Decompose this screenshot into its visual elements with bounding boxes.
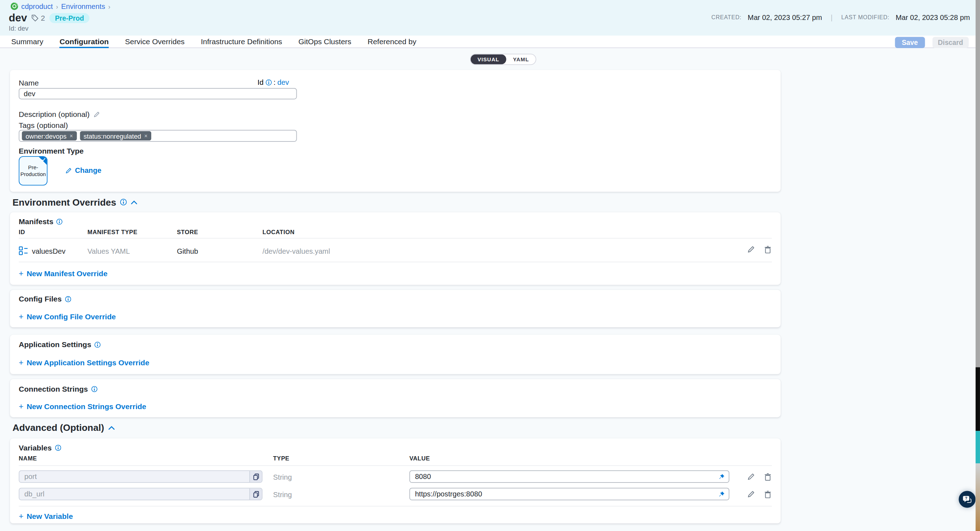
- delete-manifest-icon[interactable]: [764, 246, 772, 254]
- variable-value: 8080: [410, 473, 714, 480]
- toggle-yaml[interactable]: YAML: [506, 54, 536, 64]
- pin-icon[interactable]: [714, 491, 729, 498]
- tags-label: Tags (optional): [19, 121, 68, 130]
- id-value-link[interactable]: dev: [277, 79, 289, 86]
- name-input[interactable]: [19, 88, 297, 100]
- tab-bar: Summary Configuration Service Overrides …: [0, 36, 980, 48]
- id-colon: :: [274, 79, 276, 86]
- new-connection-strings-override-button[interactable]: + New Connection Strings Override: [19, 402, 146, 411]
- visual-yaml-toggle: VISUAL YAML: [470, 54, 537, 65]
- scrollbar-segment-tan: [976, 463, 980, 531]
- id-display: Id : dev: [258, 79, 289, 86]
- remove-tag-icon[interactable]: ×: [70, 133, 73, 139]
- scrollbar-segment-teal: [976, 431, 980, 463]
- scrollbar-thumb[interactable]: [976, 0, 980, 367]
- environment-overrides-heading: Environment Overrides: [13, 197, 137, 208]
- created-label: CREATED:: [711, 14, 741, 21]
- info-icon[interactable]: [265, 79, 272, 86]
- column-header-name: NAME: [19, 455, 37, 461]
- variable-name-input[interactable]: db_url: [19, 488, 262, 500]
- environment-type-card-preproduction[interactable]: Pre-Production: [19, 156, 48, 185]
- id-label: Id: [258, 79, 264, 86]
- scrollbar-segment-dark: [976, 367, 980, 431]
- created-value: Mar 02, 2023 05:27 pm: [748, 14, 822, 21]
- env-type-badge: Pre-Prod: [49, 13, 89, 23]
- variable-type: String: [273, 473, 292, 481]
- tab-referenced-by[interactable]: Referenced by: [368, 36, 417, 48]
- delete-variable-icon[interactable]: [764, 490, 772, 499]
- plus-icon: +: [19, 269, 24, 278]
- modified-label: LAST MODIFIED:: [841, 14, 889, 21]
- pencil-icon: [65, 167, 72, 174]
- variable-name-input[interactable]: port: [19, 471, 262, 483]
- manifests-title: Manifests: [19, 217, 63, 226]
- page-header: cdproduct › Environments › dev 2 Pre-Pro…: [0, 0, 980, 36]
- collapse-chevron-icon[interactable]: [108, 425, 115, 430]
- tag-pill-label: owner:devops: [25, 132, 67, 140]
- variables-title: Variables: [19, 443, 61, 452]
- tag-count: 2: [31, 14, 45, 23]
- breadcrumb: cdproduct › Environments ›: [11, 3, 111, 10]
- new-config-file-override-button[interactable]: + New Config File Override: [19, 311, 116, 321]
- new-application-settings-override-button[interactable]: + New Application Settings Override: [19, 358, 150, 367]
- toggle-visual[interactable]: VISUAL: [471, 54, 506, 64]
- info-icon[interactable]: [65, 296, 71, 303]
- info-icon[interactable]: [56, 219, 63, 225]
- delete-variable-icon[interactable]: [764, 473, 772, 481]
- environment-configuration-page: cdproduct › Environments › dev 2 Pre-Pro…: [0, 0, 980, 531]
- change-environment-type-link[interactable]: Change: [65, 167, 101, 174]
- save-button[interactable]: Save: [895, 37, 925, 48]
- collapse-chevron-icon[interactable]: [130, 200, 137, 204]
- variable-name-value: port: [19, 473, 249, 480]
- module-cd-icon: [11, 3, 18, 10]
- manifests-card: Manifests ID MANIFEST TYPE STORE LOCATIO…: [10, 212, 781, 285]
- tags-input[interactable]: owner:devops × status:nonregulated ×: [19, 130, 297, 142]
- name-label: Name: [19, 79, 39, 88]
- tab-service-overrides[interactable]: Service Overrides: [125, 36, 185, 48]
- audit-timestamps: CREATED: Mar 02, 2023 05:27 pm | LAST MO…: [711, 14, 970, 21]
- environment-type-label: Environment Type: [19, 147, 84, 156]
- check-icon: [41, 157, 46, 162]
- scrollbar[interactable]: [976, 0, 980, 531]
- column-header-value: VALUE: [409, 455, 430, 461]
- discard-button[interactable]: Discard: [932, 37, 969, 48]
- variable-value-input[interactable]: 8080: [409, 471, 729, 483]
- copy-icon[interactable]: [249, 471, 262, 482]
- info-icon[interactable]: [55, 445, 61, 451]
- help-chat-button[interactable]: ?: [959, 491, 975, 507]
- new-variable-button[interactable]: + New Variable: [19, 511, 73, 521]
- breadcrumb-separator: ›: [108, 3, 110, 10]
- variables-card: Variables NAME TYPE VALUE port String 80…: [10, 438, 781, 523]
- column-header-manifest-type: MANIFEST TYPE: [88, 228, 137, 235]
- info-icon[interactable]: [94, 342, 101, 348]
- new-manifest-override-button[interactable]: + New Manifest Override: [19, 269, 108, 278]
- edit-manifest-icon[interactable]: [747, 246, 755, 254]
- tab-gitops-clusters[interactable]: GitOps Clusters: [299, 36, 351, 48]
- plus-icon: +: [19, 358, 24, 367]
- column-header-store: STORE: [177, 228, 198, 235]
- info-icon[interactable]: [91, 386, 97, 392]
- variable-value-input[interactable]: https://postrges:8080: [409, 488, 729, 500]
- info-icon[interactable]: [120, 198, 127, 205]
- advanced-heading: Advanced (Optional): [13, 422, 115, 433]
- meta-divider: |: [829, 14, 835, 21]
- tab-summary[interactable]: Summary: [11, 36, 43, 48]
- basic-info-card: Name Id : dev Description (optional) Tag…: [10, 70, 781, 192]
- chat-question-icon: ?: [963, 495, 972, 504]
- modified-value: Mar 02, 2023 05:28 pm: [896, 14, 970, 21]
- edit-description-icon[interactable]: [94, 111, 100, 117]
- edit-variable-icon[interactable]: [747, 473, 755, 481]
- tag-pill: status:nonregulated ×: [80, 131, 151, 140]
- column-header-type: TYPE: [273, 455, 290, 461]
- breadcrumb-environments-link[interactable]: Environments: [61, 3, 105, 10]
- tag-count-value: 2: [41, 14, 45, 23]
- copy-icon[interactable]: [249, 488, 262, 499]
- breadcrumb-project-link[interactable]: cdproduct: [21, 3, 53, 10]
- edit-variable-icon[interactable]: [747, 490, 755, 499]
- remove-tag-icon[interactable]: ×: [145, 133, 148, 139]
- variable-value: https://postrges:8080: [410, 490, 714, 498]
- pin-icon[interactable]: [714, 473, 729, 480]
- tab-configuration[interactable]: Configuration: [60, 36, 109, 48]
- tab-infrastructure-definitions[interactable]: Infrastructure Definitions: [201, 36, 282, 48]
- tag-pill-label: status:nonregulated: [83, 132, 141, 140]
